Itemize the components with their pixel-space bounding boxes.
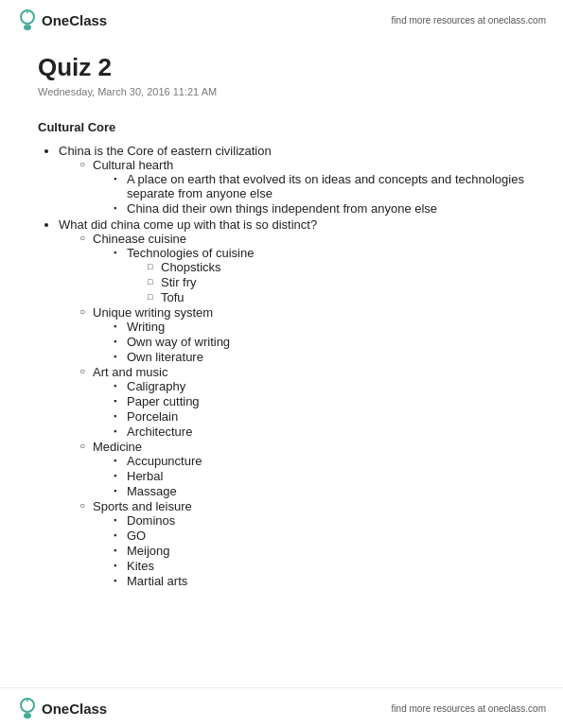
level3-list: Caligraphy Paper cutting Porcelain Archi… xyxy=(93,379,525,439)
svg-point-4 xyxy=(24,713,31,719)
bullet-text: Porcelain xyxy=(127,409,178,424)
logo-icon xyxy=(17,9,38,30)
footer: OneClass find more resources at oneclass… xyxy=(0,687,563,728)
list-item: Paper cutting xyxy=(114,394,525,408)
list-item: China did their own things independent f… xyxy=(114,201,525,216)
list-item: Own way of writing xyxy=(114,335,525,349)
bullet-text: Own literature xyxy=(127,350,203,364)
list-item: GO xyxy=(114,529,525,543)
level3-list: Dominos GO Meijong Kites Martial arts xyxy=(93,513,525,588)
bullet-text: Stir fry xyxy=(161,275,197,289)
list-item: Chinease cuisine Technologies of cuisine… xyxy=(79,232,525,304)
header: OneClass find more resources at oneclass… xyxy=(0,0,563,36)
bullet-text: Dominos xyxy=(127,513,175,528)
item2-text: What did china come up with that is so d… xyxy=(59,217,317,232)
section-heading: Cultural Core xyxy=(38,120,525,134)
list-item: Medicine Accupuncture Herbal Massage xyxy=(79,440,525,498)
bullet-text: Paper cutting xyxy=(127,394,200,408)
footer-logo-icon xyxy=(17,698,38,719)
list-item: Dominos xyxy=(114,513,525,528)
list-item: Accupuncture xyxy=(114,454,525,468)
bullet-text: Herbal xyxy=(127,469,163,483)
bullet-text: Caligraphy xyxy=(127,379,185,393)
list-item: Unique writing system Writing Own way of… xyxy=(79,305,525,364)
bullet-text: Martial arts xyxy=(127,574,187,588)
sub4-text: Medicine xyxy=(93,440,142,454)
level3-list: A place on earth that evolved its on ide… xyxy=(93,172,525,216)
list-item: Porcelain xyxy=(114,409,525,424)
bullet-text: China did their own things independent f… xyxy=(127,201,437,216)
logo: OneClass xyxy=(17,9,107,30)
footer-logo-text: OneClass xyxy=(42,701,107,717)
outline-list: China is the Core of eastern civilizatio… xyxy=(38,144,525,588)
sub3-text: Art and music xyxy=(93,365,167,379)
bullet-text: Kites xyxy=(127,559,154,573)
bullet-text: Meijong xyxy=(127,544,170,558)
bullet-text: Technologies of cuisine xyxy=(127,246,254,260)
bullet-text: Own way of writing xyxy=(127,335,230,349)
list-item: Stir fry xyxy=(148,275,525,289)
level3-list: Accupuncture Herbal Massage xyxy=(93,454,525,498)
list-item: Own literature xyxy=(114,350,525,364)
list-item: Massage xyxy=(114,484,525,498)
bullet-text: Writing xyxy=(127,320,165,334)
header-tagline: find more resources at oneclass.com xyxy=(392,15,546,26)
list-item: Caligraphy xyxy=(114,379,525,393)
sub2-text: Unique writing system xyxy=(93,305,213,320)
main-content: Quiz 2 Wednesday, March 30, 2016 11:21 A… xyxy=(0,36,563,649)
level3-list: Technologies of cuisine Chopsticks Stir … xyxy=(93,246,525,304)
list-item: Tofu xyxy=(148,290,525,304)
list-item: Art and music Caligraphy Paper cutting P… xyxy=(79,365,525,439)
bullet-text: Tofu xyxy=(161,290,185,304)
list-item: Martial arts xyxy=(114,574,525,588)
footer-tagline: find more resources at oneclass.com xyxy=(392,703,546,714)
list-item: Architecture xyxy=(114,425,525,439)
list-item: Chopsticks xyxy=(148,260,525,274)
page-meta: Wednesday, March 30, 2016 11:21 AM xyxy=(38,86,525,97)
bullet-text: GO xyxy=(127,529,146,543)
item1-text: China is the Core of eastern civilizatio… xyxy=(59,144,272,158)
bullet-text: Chopsticks xyxy=(161,260,221,274)
bullet-text: Architecture xyxy=(127,425,192,439)
level4-list: Chopsticks Stir fry Tofu xyxy=(127,260,525,304)
footer-logo: OneClass xyxy=(17,698,107,719)
bullet-text: Accupuncture xyxy=(127,454,202,468)
list-item: Kites xyxy=(114,559,525,573)
sub5-text: Sports and leisure xyxy=(93,499,192,513)
list-item: China is the Core of eastern civilizatio… xyxy=(59,144,525,216)
list-item: Writing xyxy=(114,320,525,334)
item1-sub1-text: Cultural hearth xyxy=(93,158,173,172)
list-item: Cultural hearth A place on earth that ev… xyxy=(79,158,525,216)
svg-point-1 xyxy=(24,25,31,30)
level2-list: Cultural hearth A place on earth that ev… xyxy=(59,158,525,216)
list-item: Herbal xyxy=(114,469,525,483)
list-item: A place on earth that evolved its on ide… xyxy=(114,172,525,200)
logo-text: OneClass xyxy=(42,12,107,28)
sub1-text: Chinease cuisine xyxy=(93,232,186,246)
bullet-text: Massage xyxy=(127,484,177,498)
list-item: What did china come up with that is so d… xyxy=(59,217,525,588)
list-item: Technologies of cuisine Chopsticks Stir … xyxy=(114,246,525,304)
page-title: Quiz 2 xyxy=(38,53,525,82)
level3-list: Writing Own way of writing Own literatur… xyxy=(93,320,525,364)
list-item: Sports and leisure Dominos GO Meijong Ki… xyxy=(79,499,525,588)
level2-list: Chinease cuisine Technologies of cuisine… xyxy=(59,232,525,588)
list-item: Meijong xyxy=(114,544,525,558)
bullet-text: A place on earth that evolved its on ide… xyxy=(127,172,524,200)
